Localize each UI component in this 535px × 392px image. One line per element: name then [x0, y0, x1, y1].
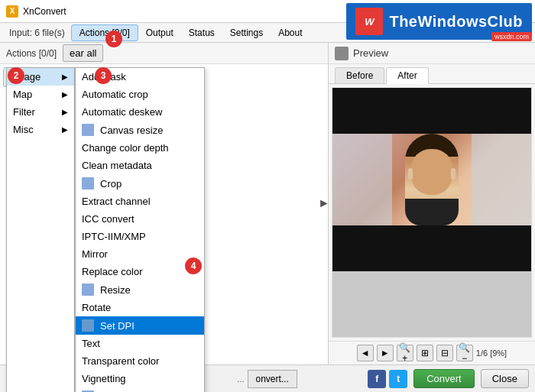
submenu-vignetting[interactable]: Vignetting — [76, 370, 204, 387]
actual-size-button[interactable]: ⊟ — [436, 345, 453, 361]
menu-output[interactable]: Output — [138, 25, 181, 40]
preview-header: Preview — [329, 43, 535, 64]
fit-button[interactable]: ⊞ — [417, 345, 433, 361]
submenu-rotate[interactable]: Rotate — [76, 299, 204, 316]
menu-actions[interactable]: Actions [0/0] — [71, 24, 138, 41]
submenu-iptc[interactable]: IPTC-IIM/XMP — [76, 228, 204, 245]
social-icons: f t — [368, 370, 407, 388]
page-info: 1/6 [9%] — [476, 348, 507, 358]
convert-area: ... onvert... — [237, 370, 297, 388]
set-dpi-icon — [82, 319, 94, 332]
tab-before[interactable]: Before — [335, 67, 384, 83]
badge-2: 2 — [8, 67, 24, 84]
menu-item-misc[interactable]: Misc — [7, 121, 74, 138]
canvas-resize-icon — [82, 124, 94, 136]
left-panel: Actions [0/0] ear all ➕ Add action> Imag… — [0, 43, 329, 364]
wsxdn-badge: wsxdn.com — [491, 32, 532, 41]
submenu-canvas-resize[interactable]: Canvas resize — [76, 121, 204, 139]
badge-4: 4 — [185, 258, 202, 274]
person-image — [332, 134, 531, 225]
app-icon: X — [6, 5, 18, 18]
next-arrow-button[interactable]: ► — [377, 345, 394, 361]
twitter-button[interactable]: t — [389, 370, 407, 388]
preview-icon — [335, 47, 349, 60]
menu-item-map[interactable]: Map — [7, 86, 74, 103]
convert-dots: ... — [237, 374, 244, 384]
actions-title: Actions [0/0] — [6, 48, 57, 59]
preview-controls: ◄ ► 🔍+ ⊞ ⊟ 🔍− 1/6 [9%] — [329, 341, 535, 364]
menu-bar: Input: 6 file(s) Actions [0/0] Output St… — [0, 23, 535, 43]
image-bottom-black — [332, 225, 531, 271]
menu-settings[interactable]: Settings — [222, 25, 271, 40]
dropdown-menu-level1: Image Map Filter Misc — [6, 67, 75, 392]
dropdown-overlay: Image Map Filter Misc Add mask Automatic… — [6, 67, 205, 392]
tab-after[interactable]: After — [386, 67, 428, 84]
input-label: Input: 6 file(s) — [3, 25, 71, 40]
preview-content — [332, 87, 532, 338]
zoom-out-button[interactable]: 🔍− — [456, 345, 473, 361]
submenu-extract-channel[interactable]: Extract channel — [76, 193, 204, 210]
menu-status[interactable]: Status — [181, 25, 222, 40]
submenu-change-color-depth[interactable]: Change color depth — [76, 139, 204, 157]
prev-arrow-button[interactable]: ◄ — [357, 345, 374, 361]
submenu-watermark[interactable]: Watermark — [76, 387, 204, 392]
submenu-automatic-crop[interactable]: Automatic crop — [76, 86, 204, 103]
convert-options-button[interactable]: onvert... — [248, 370, 297, 388]
submenu-transparent-color[interactable]: Transparent color — [76, 352, 204, 370]
logo-area: W TheWindowsClub wsxdn.com — [336, 0, 535, 43]
right-panel: Preview Before After ► — [329, 43, 535, 364]
preview-image — [332, 88, 531, 337]
submenu-crop[interactable]: Crop — [76, 174, 204, 193]
submenu-clean-metadata[interactable]: Clean metadata — [76, 157, 204, 174]
badge-1: 1 — [105, 31, 122, 47]
logo-w: W — [365, 16, 374, 28]
facebook-button[interactable]: f — [368, 370, 386, 388]
submenu-text[interactable]: Text — [76, 335, 204, 352]
dropdown-image-submenu: Add mask Automatic crop Automatic deskew… — [75, 67, 205, 392]
app-title: XnConvert — [23, 6, 66, 17]
submenu-icc-convert[interactable]: ICC convert — [76, 210, 204, 228]
menu-item-filter[interactable]: Filter — [7, 103, 74, 121]
close-button[interactable]: Close — [481, 369, 529, 388]
submenu-set-dpi[interactable]: Set DPI — [76, 316, 204, 335]
main-layout: Actions [0/0] ear all ➕ Add action> Imag… — [0, 43, 535, 364]
zoom-in-button[interactable]: 🔍+ — [397, 345, 413, 361]
arrow-left-indicator: ► — [318, 196, 330, 210]
menu-about[interactable]: About — [271, 25, 310, 40]
preview-tabs: Before After — [329, 64, 535, 84]
resize-icon — [82, 283, 94, 296]
badge-3: 3 — [95, 67, 112, 84]
crop-icon — [82, 177, 94, 190]
convert-button[interactable]: Convert — [413, 369, 475, 388]
image-top-black — [332, 88, 531, 134]
preview-title: Preview — [353, 47, 388, 59]
submenu-automatic-deskew[interactable]: Automatic deskew — [76, 103, 204, 121]
clear-all-button[interactable]: ear all — [63, 44, 103, 62]
submenu-resize[interactable]: Resize — [76, 280, 204, 299]
submenu-mirror[interactable]: Mirror — [76, 245, 204, 263]
actions-header: Actions [0/0] ear all — [0, 43, 328, 64]
bottom-right: f t Convert Close — [368, 369, 529, 388]
logo-text: TheWindowsClub — [389, 13, 523, 31]
